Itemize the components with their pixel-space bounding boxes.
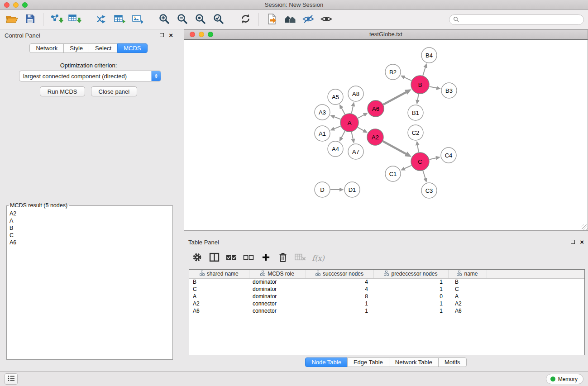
table-row[interactable]: A6connector11A6 [189, 307, 584, 315]
table-row[interactable]: A2connector11A2 [189, 300, 584, 307]
close-panel-icon[interactable]: × [169, 33, 173, 38]
table-cell[interactable]: connector [249, 300, 306, 307]
column-header-shared-name[interactable]: shared name [189, 270, 249, 278]
table-cell[interactable]: 1 [373, 278, 448, 286]
table-row[interactable]: Cdominator41C [189, 286, 584, 293]
graph-node-D[interactable]: D [315, 182, 330, 197]
graph-node-A[interactable]: A [340, 114, 359, 132]
graph-node-D1[interactable]: D1 [344, 182, 360, 197]
float-panel-icon[interactable] [160, 33, 164, 37]
import-table-button[interactable] [66, 11, 84, 28]
graph-node-C2[interactable]: C2 [408, 125, 423, 140]
graph-node-B1[interactable]: B1 [408, 105, 423, 120]
graph-edge-C-C1[interactable] [405, 166, 411, 169]
float-table-panel-icon[interactable] [571, 240, 575, 244]
table-tab-motifs[interactable]: Motifs [438, 357, 467, 367]
zoom-fit-button[interactable] [191, 11, 210, 28]
mcds-result-item[interactable]: A2 [7, 210, 172, 217]
table-cell[interactable]: dominator [249, 278, 306, 286]
delete-table-button[interactable] [292, 250, 308, 266]
table-row[interactable]: Adominator80A [189, 293, 584, 300]
table-cell[interactable]: 1 [373, 300, 448, 307]
tab-style[interactable]: Style [63, 43, 89, 53]
home-button[interactable] [281, 11, 299, 28]
resize-grip[interactable] [582, 224, 588, 230]
table-settings-button[interactable] [189, 250, 205, 266]
table-tab-node-table[interactable]: Node Table [305, 357, 348, 367]
refresh-button[interactable] [236, 11, 254, 28]
graph-node-A2[interactable]: A2 [367, 129, 383, 145]
mcds-result-item[interactable]: A6 [7, 239, 172, 246]
minimize-window-button[interactable] [13, 2, 19, 8]
hide-graphics-details-button[interactable] [299, 11, 317, 28]
close-table-panel-icon[interactable]: × [580, 239, 584, 244]
graph-node-B2[interactable]: B2 [385, 64, 401, 80]
deselect-all-button[interactable] [241, 250, 256, 266]
table-cell[interactable]: A6 [189, 307, 249, 315]
tab-select[interactable]: Select [89, 43, 118, 53]
column-header-name[interactable]: name [448, 270, 487, 278]
table-cell[interactable]: B [189, 278, 249, 286]
tab-network[interactable]: Network [29, 43, 64, 53]
table-cell[interactable]: connector [249, 307, 306, 315]
import-network-button[interactable] [48, 11, 66, 28]
close-panel-button[interactable]: Close panel [91, 86, 138, 96]
graph-edge-A-A5[interactable] [341, 108, 345, 114]
network-minimize-button[interactable] [199, 32, 204, 37]
zoom-selected-button[interactable] [210, 11, 228, 28]
search-input[interactable] [461, 16, 580, 23]
network-close-button[interactable] [190, 32, 195, 37]
graph-node-A3[interactable]: A3 [315, 105, 330, 120]
graph-edge-C-C4[interactable] [429, 158, 436, 159]
table-cell[interactable]: 8 [306, 293, 373, 300]
graph-edge-A-A2[interactable] [358, 127, 363, 131]
table-cell[interactable]: A [189, 293, 249, 300]
first-neighbors-button[interactable] [263, 11, 281, 28]
graph-node-B[interactable]: B [411, 76, 429, 94]
search-field[interactable] [449, 14, 584, 25]
show-columns-button[interactable] [206, 250, 222, 266]
graph-node-A7[interactable]: A7 [348, 144, 363, 159]
table-cell[interactable]: A2 [189, 300, 249, 307]
tab-mcds[interactable]: MCDS [117, 43, 147, 53]
mcds-result-item[interactable]: C [7, 232, 172, 239]
network-canvas[interactable]: B4B2BB3A5A8A6A3B1AC2A1A2A4A7C4CC1DD1C3 [184, 39, 588, 230]
graph-node-A1[interactable]: A1 [315, 126, 330, 141]
table-cell[interactable]: C [189, 286, 249, 293]
new-network-button[interactable] [92, 11, 110, 28]
graph-edge-A-A6[interactable] [358, 115, 364, 118]
column-header-successor-nodes[interactable]: successor nodes [306, 270, 373, 278]
graph-node-A6[interactable]: A6 [368, 100, 384, 117]
graph-edge-B-B2[interactable] [404, 77, 411, 81]
graph-node-C[interactable]: C [411, 152, 429, 171]
table-cell[interactable]: dominator [249, 286, 306, 293]
table-cell[interactable]: A6 [448, 307, 487, 315]
criterion-dropdown[interactable]: largest connected component (directed) [19, 71, 161, 81]
graph-edge-C-C3[interactable] [423, 171, 425, 178]
table-cell[interactable]: 4 [306, 286, 373, 293]
delete-column-button[interactable] [275, 250, 291, 266]
run-mcds-button[interactable]: Run MCDS [40, 86, 85, 96]
column-header-predecessor-nodes[interactable]: predecessor nodes [373, 270, 448, 278]
table-cell[interactable]: 1 [306, 307, 373, 315]
table-cell[interactable]: B [448, 278, 487, 286]
graph-edge-A2-C[interactable] [383, 141, 406, 154]
column-header-mcds-role[interactable]: MCDS role [249, 270, 306, 278]
graph-edge-A-A1[interactable] [334, 126, 341, 129]
mcds-result-item[interactable]: B [7, 224, 172, 232]
network-window-titlebar[interactable]: testGlobe.txt [184, 30, 588, 39]
graph-node-A4[interactable]: A4 [328, 141, 343, 157]
export-table-button[interactable] [110, 11, 129, 28]
graph-edge-A-A8[interactable] [351, 106, 353, 113]
show-graphics-details-button[interactable] [317, 11, 335, 28]
graph-edge-A-A3[interactable] [334, 117, 340, 119]
zoom-out-button[interactable] [173, 11, 191, 28]
open-session-button[interactable] [3, 11, 21, 28]
graph-edge-A6-B[interactable] [383, 92, 406, 105]
table-cell[interactable]: 0 [373, 293, 448, 300]
graph-node-B4[interactable]: B4 [421, 48, 437, 63]
graph-node-C1[interactable]: C1 [385, 166, 401, 181]
network-zoom-button[interactable] [208, 32, 213, 37]
graph-edge-B-B4[interactable] [423, 67, 425, 76]
zoom-window-button[interactable] [22, 2, 28, 8]
